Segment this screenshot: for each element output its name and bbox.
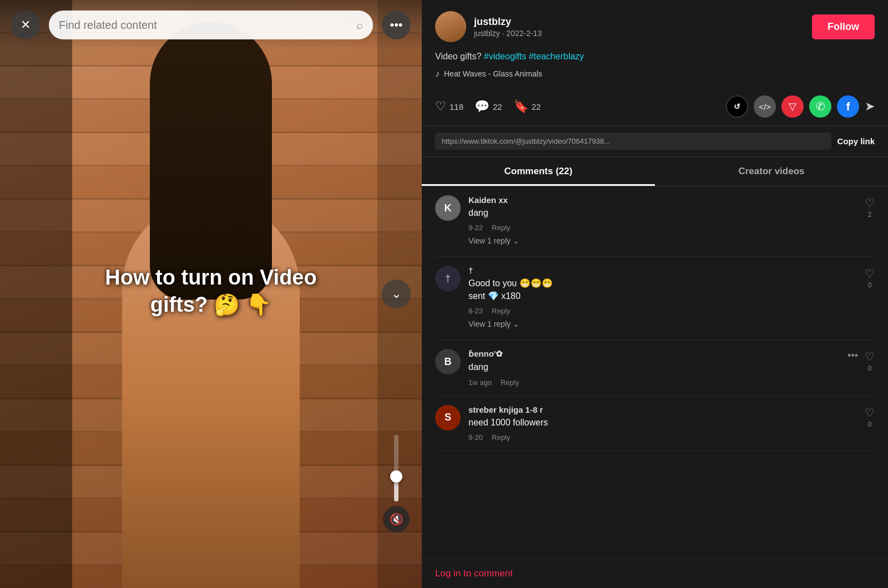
- comment-item: B ɓenno'✿ dang 1w ago Reply ••• ♡ 0: [435, 340, 875, 396]
- comment-text: need 1000 followers: [468, 417, 875, 429]
- comment-item: S streber knjiga 1-8 r need 1000 followe…: [435, 396, 875, 451]
- tab-creator-videos[interactable]: Creator videos: [655, 157, 888, 186]
- comment-count: 22: [493, 102, 502, 111]
- chevron-down-icon: ⌄: [513, 320, 519, 328]
- reply-button[interactable]: Reply: [492, 433, 510, 442]
- share-embed-button[interactable]: </>: [754, 95, 776, 118]
- comment-text: dang: [468, 207, 875, 219]
- like-count: 2: [868, 211, 872, 219]
- view-reply-button[interactable]: View 1 reply ⌄: [468, 234, 519, 247]
- video-url: https://www.tiktok.com/@justblzy/video/7…: [435, 133, 831, 150]
- music-note-icon: ♪: [435, 69, 440, 79]
- chevron-down-icon: ⌄: [391, 287, 401, 301]
- comment-username: streber knjiga 1-8 r: [468, 405, 875, 414]
- like-count: 0: [868, 364, 872, 372]
- comment-content: † Good to you 😁😁😁 sent 💎 x180 8-23 Reply…: [468, 266, 875, 331]
- share-facebook-button[interactable]: f: [837, 95, 859, 118]
- comment-username: ɓenno'✿: [468, 349, 875, 359]
- music-label: Heat Waves - Glass Animals: [444, 69, 542, 78]
- music-row: ♪ Heat Waves - Glass Animals: [435, 69, 875, 79]
- search-bar[interactable]: ⌕: [49, 11, 373, 39]
- share-tiktok-button[interactable]: ↺: [726, 95, 748, 118]
- comment-like: ♡ 0: [865, 267, 875, 289]
- comment-like: ♡ 0: [865, 350, 875, 372]
- video-header: justblzy justblzy · 2022-2-13 Follow Vid…: [422, 0, 888, 88]
- view-reply-label: View 1 reply: [468, 320, 511, 328]
- comment-meta: 1w ago Reply: [468, 378, 875, 387]
- avatar-image: [435, 11, 466, 42]
- person-hair: [150, 22, 272, 300]
- follow-button[interactable]: Follow: [812, 14, 875, 39]
- copy-link-button[interactable]: Copy link: [837, 136, 875, 146]
- comment-like: ♡ 2: [865, 196, 875, 219]
- more-dots-icon: •••: [390, 18, 402, 32]
- comment-content: streber knjiga 1-8 r need 1000 followers…: [468, 405, 875, 442]
- comment-content: Kaiden xx dang 9-22 Reply View 1 reply ⌄: [468, 195, 875, 247]
- share-whatsapp-button[interactable]: ✆: [809, 95, 831, 118]
- comment-text: Good to you 😁😁😁 sent 💎 x180: [468, 277, 875, 302]
- video-area: ✕ ⌕ ••• How to turn on Video gifts? 🤔 👇 …: [0, 0, 422, 588]
- comment-item: K Kaiden xx dang 9-22 Reply View 1 reply…: [435, 186, 875, 257]
- video-caption: Video gifts? #videogifts #teacherblazy: [435, 50, 875, 63]
- volume-track[interactable]: [394, 435, 398, 501]
- creator-handle-date: justblzy · 2022-2-13: [474, 29, 804, 38]
- view-reply-label: View 1 reply: [468, 236, 511, 245]
- volume-control: 🔇: [383, 435, 410, 533]
- more-options-button[interactable]: •••: [382, 11, 411, 39]
- heart-icon: ♡: [435, 99, 446, 114]
- hashtag-2[interactable]: #teacherblazy: [529, 52, 584, 61]
- comment-avatar: S: [435, 405, 461, 430]
- reply-button[interactable]: Reply: [492, 224, 510, 232]
- bookmark-icon: 🔖: [513, 99, 528, 114]
- comment-username: Kaiden xx: [468, 195, 875, 205]
- like-count: 0: [868, 420, 872, 428]
- share-red-button[interactable]: ▽: [781, 95, 804, 118]
- login-to-comment[interactable]: Log in to comment: [435, 568, 513, 579]
- close-button[interactable]: ✕: [11, 11, 40, 39]
- heart-icon[interactable]: ♡: [865, 196, 875, 210]
- heart-icon[interactable]: ♡: [865, 406, 875, 419]
- comment-avatar: B: [435, 349, 461, 374]
- comment-meta: 8-23 Reply: [468, 307, 875, 315]
- volume-icon: 🔇: [390, 513, 403, 526]
- creator-row: justblzy justblzy · 2022-2-13 Follow: [435, 11, 875, 42]
- search-input[interactable]: [59, 19, 351, 32]
- share-icons: ↺ </> ▽ ✆ f ➤: [726, 95, 875, 118]
- comment-date: 9-22: [468, 224, 483, 232]
- volume-fill: [394, 481, 398, 501]
- comment-more-button[interactable]: •••: [847, 350, 858, 362]
- hashtag-1[interactable]: #videogifts: [484, 52, 527, 61]
- volume-knob[interactable]: [390, 470, 402, 483]
- comment-date: 8-23: [468, 307, 483, 315]
- comment-like: ♡ 0: [865, 406, 875, 428]
- view-reply-button[interactable]: View 1 reply ⌄: [468, 317, 519, 331]
- comment-date: 9-20: [468, 433, 483, 442]
- video-caption-overlay: How to turn on Video gifts? 🤔 👇: [105, 264, 316, 319]
- like-count: 118: [450, 102, 463, 111]
- comments-area: K Kaiden xx dang 9-22 Reply View 1 reply…: [422, 186, 888, 559]
- comment-avatar: K: [435, 195, 461, 221]
- share-more-button[interactable]: ➤: [865, 99, 875, 114]
- avatar: [435, 11, 466, 42]
- heart-icon[interactable]: ♡: [865, 350, 875, 363]
- heart-icon[interactable]: ♡: [865, 267, 875, 280]
- mute-button[interactable]: 🔇: [383, 506, 410, 533]
- bookmark-action[interactable]: 🔖 22: [513, 99, 541, 114]
- reply-button[interactable]: Reply: [492, 307, 510, 315]
- link-row: https://www.tiktok.com/@justblzy/video/7…: [422, 126, 888, 157]
- comment-username: †: [468, 266, 875, 275]
- comment-text: dang: [468, 361, 875, 373]
- top-bar: ✕ ⌕ •••: [0, 0, 422, 50]
- comment-action[interactable]: 💬 22: [475, 99, 502, 114]
- close-icon: ✕: [21, 18, 31, 32]
- tab-comments[interactable]: Comments (22): [422, 157, 655, 186]
- login-bar: Log in to comment: [422, 559, 888, 588]
- comment-icon: 💬: [475, 99, 490, 114]
- next-video-button[interactable]: ⌄: [382, 280, 411, 308]
- like-action[interactable]: ♡ 118: [435, 99, 463, 114]
- search-icon[interactable]: ⌕: [356, 19, 363, 32]
- comment-meta: 9-20 Reply: [468, 433, 875, 442]
- video-panel: ✕ ⌕ ••• How to turn on Video gifts? 🤔 👇 …: [0, 0, 422, 588]
- reply-button[interactable]: Reply: [501, 378, 519, 387]
- comment-item: † † Good to you 😁😁😁 sent 💎 x180 8-23 Rep…: [435, 257, 875, 340]
